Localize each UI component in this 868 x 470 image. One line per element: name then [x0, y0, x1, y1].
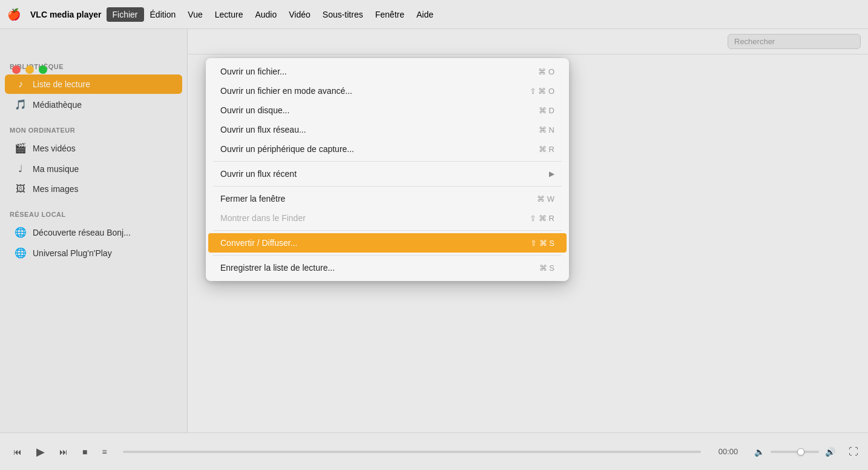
- sidebar-item-liste-de-lecture[interactable]: ♪ Liste de lecture: [5, 74, 182, 94]
- time-display: 00:00: [713, 447, 743, 456]
- separator-1: [213, 161, 562, 162]
- menu-lecture[interactable]: Lecture: [209, 7, 249, 22]
- bottom-bar: ⏮ ▶ ⏭ ■ ≡ 00:00 🔈 🔊 ⛶: [0, 432, 868, 470]
- apple-menu-icon[interactable]: 🍎: [7, 8, 21, 21]
- forward-button[interactable]: ⏭: [56, 445, 71, 459]
- menu-item-fermer-fenetre[interactable]: Fermer la fenêtre ⌘ W: [208, 189, 567, 208]
- menu-item-convertir-diffuser[interactable]: Convertir / Diffuser... ⇧ ⌘ S: [208, 233, 567, 253]
- sidebar-item-mes-images[interactable]: 🖼 Mes images: [5, 179, 182, 199]
- sidebar-section-reseau: RÉSEAU LOCAL: [0, 206, 187, 222]
- media-icon: 🎵: [15, 99, 27, 110]
- menu-item-ouvrir-disque[interactable]: Ouvrir un disque... ⌘ D: [208, 101, 567, 120]
- menu-item-ouvrir-fichier-avance[interactable]: Ouvrir un fichier en mode avancé... ⇧ ⌘ …: [208, 81, 567, 101]
- menu-item-ouvrir-fichier[interactable]: Ouvrir un fichier... ⌘ O: [208, 62, 567, 81]
- menu-item-enregistrer-liste[interactable]: Enregistrer la liste de lecture... ⌘ S: [208, 258, 567, 277]
- upnp-icon: 🌐: [15, 247, 27, 259]
- menu-item-flux-recent[interactable]: Ouvrir un flux récent ▶: [208, 164, 567, 184]
- network-icon: 🌐: [15, 227, 27, 238]
- close-button[interactable]: [12, 65, 21, 74]
- menu-aide[interactable]: Aide: [410, 7, 439, 22]
- stop-button[interactable]: ■: [79, 445, 91, 459]
- menu-audio[interactable]: Audio: [249, 7, 283, 22]
- menu-soustitres[interactable]: Sous-titres: [317, 7, 369, 22]
- separator-3: [213, 230, 562, 231]
- mute-button[interactable]: 🔈: [751, 445, 768, 459]
- volume-thumb[interactable]: [797, 448, 804, 455]
- sidebar-item-upnp[interactable]: 🌐 Universal Plug'n'Play: [5, 243, 182, 263]
- sidebar: BIBLIOTHÈQUE ♪ Liste de lecture 🎵 Médiat…: [0, 29, 188, 432]
- sidebar-item-mes-videos[interactable]: 🎬 Mes vidéos: [5, 138, 182, 158]
- menu-video[interactable]: Vidéo: [283, 7, 317, 22]
- sidebar-item-label: Mes images: [33, 184, 78, 194]
- main-container: BIBLIOTHÈQUE ♪ Liste de lecture 🎵 Médiat…: [0, 29, 868, 432]
- search-input[interactable]: Rechercher: [728, 34, 861, 49]
- menu-item-montrer-finder: Montrer dans le Finder ⇧ ⌘ R: [208, 208, 567, 228]
- volume-bar[interactable]: [771, 451, 819, 453]
- maximize-button[interactable]: [39, 65, 47, 74]
- fullscreen-button[interactable]: ⛶: [849, 446, 858, 457]
- volume-container: 🔈 🔊: [751, 445, 839, 459]
- menu-fichier[interactable]: Fichier: [107, 7, 144, 22]
- playlist-icon: ♪: [15, 79, 27, 90]
- menu-item-ouvrir-peripherique[interactable]: Ouvrir un périphérique de capture... ⌘ R: [208, 139, 567, 159]
- sidebar-item-ma-musique[interactable]: ♩ Ma musique: [5, 159, 182, 179]
- menu-vue[interactable]: Vue: [182, 7, 208, 22]
- playlist-button[interactable]: ≡: [98, 445, 110, 459]
- volume-icon: 🔊: [821, 445, 839, 459]
- app-name: VLC media player: [30, 10, 102, 19]
- sidebar-item-label: Liste de lecture: [33, 79, 90, 89]
- menu-item-ouvrir-flux-reseau[interactable]: Ouvrir un flux réseau... ⌘ N: [208, 120, 567, 139]
- progress-bar[interactable]: [123, 451, 701, 453]
- rewind-button[interactable]: ⏮: [10, 445, 25, 459]
- minimize-button[interactable]: [25, 65, 34, 74]
- menu-edition[interactable]: Édition: [144, 7, 182, 22]
- video-icon: 🎬: [15, 142, 27, 154]
- sidebar-item-mediatheque[interactable]: 🎵 Médiathèque: [5, 94, 182, 114]
- traffic-lights: [7, 63, 52, 76]
- menubar: 🍎 VLC media player Fichier Édition Vue L…: [0, 0, 868, 29]
- sidebar-item-label: Mes vidéos: [33, 144, 76, 153]
- sidebar-item-label: Médiathèque: [33, 100, 82, 110]
- images-icon: 🖼: [15, 184, 27, 194]
- music-icon: ♩: [15, 163, 27, 174]
- sidebar-section-ordinateur: MON ORDINATEUR: [0, 122, 187, 137]
- separator-4: [213, 255, 562, 256]
- sidebar-item-label: Ma musique: [33, 164, 79, 174]
- play-button[interactable]: ▶: [33, 443, 48, 461]
- separator-2: [213, 186, 562, 187]
- menu-fenetre[interactable]: Fenêtre: [369, 7, 410, 22]
- fichier-dropdown-menu: Ouvrir un fichier... ⌘ O Ouvrir un fichi…: [206, 58, 569, 281]
- sidebar-item-label: Découverte réseau Bonj...: [33, 228, 131, 237]
- sidebar-item-label: Universal Plug'n'Play: [33, 248, 112, 258]
- content-toolbar: Rechercher: [188, 29, 868, 55]
- sidebar-item-bonjour[interactable]: 🌐 Découverte réseau Bonj...: [5, 222, 182, 242]
